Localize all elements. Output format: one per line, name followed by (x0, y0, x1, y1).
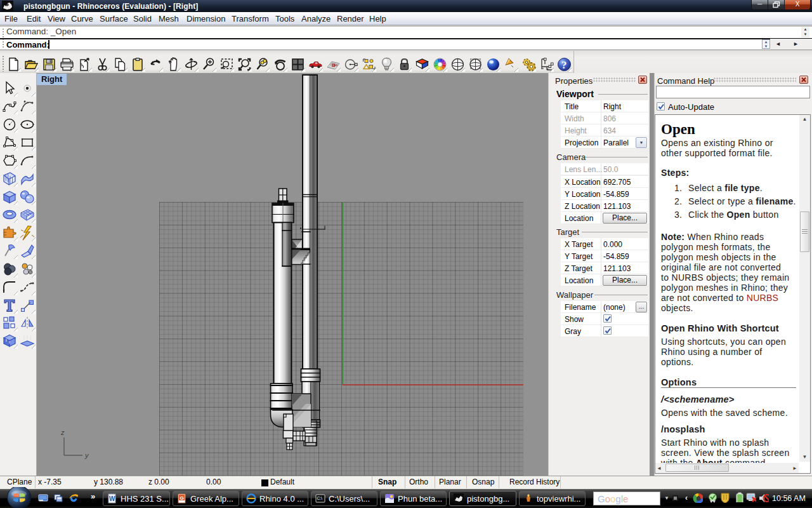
svg-text:W: W (109, 495, 115, 502)
svg-text:G: G (180, 495, 184, 501)
svg-text:?: ? (561, 59, 567, 71)
svg-text:C:\: C:\ (317, 496, 323, 500)
svg-text:y: y (84, 451, 89, 459)
svg-text:z: z (60, 429, 65, 436)
